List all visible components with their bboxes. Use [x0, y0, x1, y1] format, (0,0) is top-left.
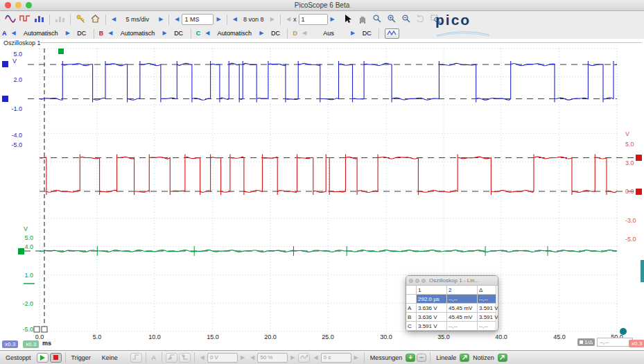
zoom-out-tool[interactable]	[400, 13, 413, 26]
trigger-toolbar: Gestoppt Trigger Keine A ◀ ▶ ◀ ▶ ◀ ▶ Mes…	[0, 350, 644, 364]
zoom-tool[interactable]	[371, 13, 384, 26]
channel-c-scale-badge[interactable]: x0.3	[23, 340, 39, 348]
inverse-delta-badge[interactable]: 1/Δ	[577, 338, 595, 346]
channel-a-prev-arrow[interactable]: ◀	[9, 31, 19, 36]
rulers-button[interactable]	[460, 354, 469, 362]
notes-button[interactable]	[498, 354, 507, 362]
channel-b-prev-arrow[interactable]: ◀	[105, 31, 115, 36]
persistence-view-button[interactable]	[18, 13, 31, 26]
plus-icon: +	[408, 354, 412, 361]
rulers-label: Lineale	[436, 354, 456, 361]
axis-c-tick: 1.0	[18, 272, 33, 279]
spectrum-view-button[interactable]	[33, 13, 46, 26]
measurements-window[interactable]: Oszilloskop 1 - Lin... 1 2 Δ 292.0 µs --…	[406, 275, 498, 331]
start-button[interactable]	[37, 353, 49, 363]
channel-d-prev-arrow[interactable]: ◀	[299, 31, 309, 36]
axis-a-tick: -4.0	[7, 132, 22, 139]
pretrigger-up-arrow[interactable]: ▶	[288, 355, 297, 361]
falling-edge-button[interactable]	[179, 353, 191, 363]
samples-prev-arrow[interactable]: ◀	[172, 17, 182, 22]
col-header-delta: Δ	[478, 286, 496, 295]
channel-d-range-select[interactable]: Aus	[309, 30, 348, 37]
channel-a-coupling-select[interactable]: DC	[73, 30, 91, 37]
window-titlebar[interactable]: PicoScope 6 Beta	[0, 0, 644, 11]
time-ruler-handle-parked[interactable]	[34, 327, 40, 332]
minimize-button[interactable]	[15, 2, 21, 8]
waveform-options-button[interactable]	[385, 28, 399, 39]
ruler-handle-a-low[interactable]	[2, 96, 8, 102]
channel-a-next-arrow[interactable]: ▶	[63, 31, 73, 36]
channel-d-label: D	[293, 30, 297, 37]
popup-close-button[interactable]	[409, 279, 413, 283]
home-icon	[90, 14, 101, 26]
graticule	[40, 49, 617, 331]
close-button[interactable]	[5, 2, 11, 8]
ruler-handle-c-parked[interactable]	[58, 49, 64, 54]
measurements-window-titlebar[interactable]: Oszilloskop 1 - Lin...	[406, 276, 498, 286]
zoom-in-tool[interactable]	[385, 13, 399, 26]
samples-input[interactable]	[182, 14, 214, 25]
add-measurement-button[interactable]: +	[406, 354, 415, 362]
zoom-in-arrow[interactable]: ▶	[328, 17, 338, 22]
delay-up-arrow[interactable]: ▶	[351, 355, 361, 361]
segment-next-arrow[interactable]: ▶	[268, 17, 277, 22]
play-icon	[40, 355, 45, 361]
time-ruler-handle[interactable]	[42, 327, 47, 332]
timebase-value[interactable]: 5 ms/div	[119, 16, 156, 23]
xy-view-button[interactable]	[53, 13, 67, 26]
channel-b-next-arrow[interactable]: ▶	[159, 31, 169, 36]
pretrigger-down-arrow[interactable]: ◀	[247, 355, 257, 361]
undo-zoom-tool[interactable]	[415, 13, 428, 26]
home-button[interactable]	[89, 13, 102, 26]
samples-next-arrow[interactable]: ▶	[214, 17, 223, 22]
channel-d-coupling-select[interactable]: DC	[358, 30, 376, 37]
x-tick: 5.0	[87, 333, 107, 340]
stop-button[interactable]	[50, 353, 62, 363]
hand-tool[interactable]	[356, 13, 369, 26]
level-up-arrow[interactable]: ▶	[238, 355, 247, 361]
pretrigger-input[interactable]	[257, 353, 288, 363]
trigger-mode-select[interactable]: Keine	[102, 354, 118, 361]
channel-d-next-arrow[interactable]: ▶	[348, 31, 358, 36]
channel-a-range-select[interactable]: Automatisch	[19, 30, 63, 37]
delay-input[interactable]	[321, 353, 351, 363]
timebase-next-arrow[interactable]: ▶	[156, 17, 166, 22]
main-toolbar: ◀ 5 ms/div ▶ ◀ ▶ ◀ 8 von 8 ▶ ◀ x ▶	[0, 11, 644, 28]
maximize-button[interactable]	[26, 2, 32, 8]
channel-c-coupling-select[interactable]: DC	[266, 30, 284, 37]
trigger-source-select[interactable]: A	[152, 354, 156, 361]
zoom-out-arrow[interactable]: ◀	[284, 17, 293, 22]
channel-c-label: C	[196, 30, 201, 37]
magnifier-plus-icon	[387, 14, 397, 26]
popup-title: Oszilloskop 1 - Lin...	[429, 277, 479, 284]
channel-c-range-select[interactable]: Automatisch	[212, 30, 256, 37]
col-header-1: 1	[417, 286, 447, 295]
hand-icon	[358, 14, 367, 26]
popup-minimize-button[interactable]	[415, 279, 419, 283]
axis-c-tick: 5.0	[18, 234, 33, 241]
delay-toggle-button[interactable]	[298, 353, 310, 363]
inverse-delta-value: --,--	[597, 338, 633, 347]
scope-view-button[interactable]	[3, 13, 17, 26]
trigger-level-input[interactable]	[207, 353, 238, 363]
traffic-lights	[5, 2, 32, 8]
key-icon	[76, 14, 86, 26]
zoom-factor-input[interactable]	[299, 14, 328, 25]
channel-b-coupling-select[interactable]: DC	[170, 30, 188, 37]
segment-prev-arrow[interactable]: ◀	[230, 17, 240, 22]
timebase-prev-arrow[interactable]: ◀	[109, 17, 119, 22]
channel-c-prev-arrow[interactable]: ◀	[202, 31, 212, 36]
channel-b-scale-badge[interactable]: x0.3	[629, 340, 644, 347]
channel-b-range-select[interactable]: Automatisch	[115, 30, 159, 37]
delay-down-arrow[interactable]: ◀	[311, 355, 320, 361]
normal-cursor-tool[interactable]	[342, 13, 355, 26]
probe-setup-button[interactable]	[74, 13, 87, 26]
popup-maximize-button[interactable]	[421, 279, 426, 283]
channel-c-next-arrow[interactable]: ▶	[256, 31, 266, 36]
level-down-arrow[interactable]: ◀	[198, 355, 207, 361]
remove-measurement-button[interactable]: −	[417, 354, 426, 362]
rising-edge-button[interactable]	[166, 353, 177, 363]
channel-a-scale-badge[interactable]: x0.3	[2, 340, 18, 348]
advanced-trigger-button[interactable]	[130, 353, 142, 363]
magnifier-minus-icon	[401, 14, 411, 26]
